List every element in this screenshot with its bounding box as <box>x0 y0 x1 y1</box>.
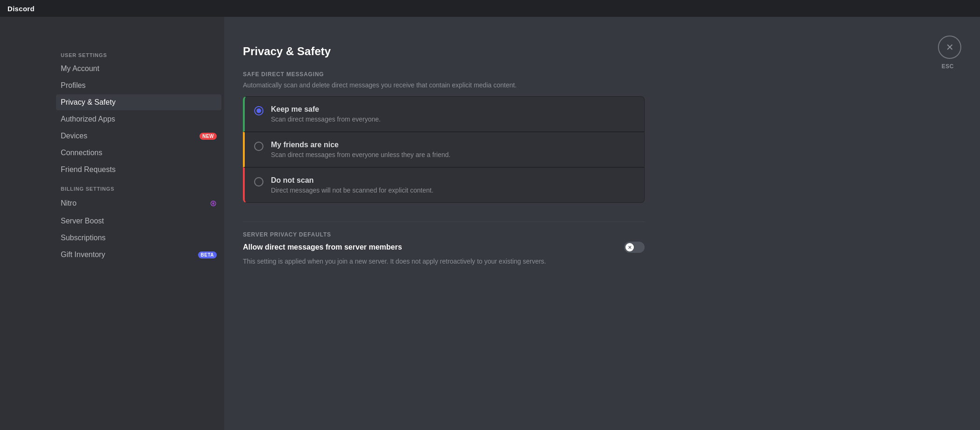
user-settings-label: User Settings <box>56 45 221 60</box>
radio-keep-safe[interactable]: Keep me safe Scan direct messages from e… <box>243 96 645 132</box>
allow-dm-setting-row: Allow direct messages from server member… <box>243 242 645 253</box>
titlebar: Discord <box>0 0 980 17</box>
radio-keep-safe-circle <box>254 106 263 115</box>
sidebar-item-privacy-safety[interactable]: Privacy & Safety <box>56 94 221 110</box>
gift-inventory-beta-badge: BETA <box>198 251 217 258</box>
allow-dm-setting-name: Allow direct messages from server member… <box>243 243 402 251</box>
sidebar-item-connections[interactable]: Connections <box>56 145 221 161</box>
sidebar-item-authorized-apps-label: Authorized Apps <box>61 115 217 123</box>
radio-keep-safe-text: Keep me safe Scan direct messages from e… <box>271 105 381 123</box>
sidebar-item-profiles[interactable]: Profiles <box>56 78 221 93</box>
radio-no-scan-text: Do not scan Direct messages will not be … <box>271 176 433 194</box>
section-divider <box>243 222 645 222</box>
allow-dm-note: This setting is applied when you join a … <box>243 257 645 266</box>
sidebar-item-devices-label: Devices <box>61 132 199 140</box>
server-privacy-section: Server Privacy Defaults Allow direct mes… <box>243 231 645 266</box>
close-x-icon: ✕ <box>946 43 954 52</box>
sidebar-item-nitro-label: Nitro <box>61 199 210 208</box>
radio-friends-nice-circle <box>254 142 263 151</box>
sidebar-item-authorized-apps[interactable]: Authorized Apps <box>56 111 221 127</box>
radio-friends-nice-title: My friends are nice <box>271 141 450 149</box>
sidebar-item-profiles-label: Profiles <box>61 81 217 90</box>
sidebar-item-subscriptions-label: Subscriptions <box>61 234 217 242</box>
sidebar-item-my-account[interactable]: My Account <box>56 61 221 77</box>
sidebar: User Settings My Account Profiles Privac… <box>0 17 224 430</box>
radio-no-scan-title: Do not scan <box>271 176 433 185</box>
sidebar-item-server-boost[interactable]: Server Boost <box>56 213 221 229</box>
sidebar-item-server-boost-label: Server Boost <box>61 217 217 225</box>
radio-friends-nice[interactable]: My friends are nice Scan direct messages… <box>243 132 645 167</box>
safe-dm-description: Automatically scan and delete direct mes… <box>243 81 961 89</box>
toggle-knob: ✕ <box>625 243 634 251</box>
radio-no-scan-subtitle: Direct messages will not be scanned for … <box>271 186 433 194</box>
sidebar-item-gift-inventory[interactable]: Gift Inventory BETA <box>56 247 221 263</box>
sidebar-item-my-account-label: My Account <box>61 64 217 73</box>
sidebar-item-devices[interactable]: Devices NEW <box>56 128 221 144</box>
billing-settings-label: Billing Settings <box>56 179 221 194</box>
safe-dm-radio-group: Keep me safe Scan direct messages from e… <box>243 96 645 203</box>
close-button[interactable]: ✕ <box>938 36 961 59</box>
devices-new-badge: NEW <box>199 133 217 140</box>
main-content: ✕ ESC Privacy & Safety Safe Direct Messa… <box>224 17 980 430</box>
nitro-icon: ⊛ <box>210 198 217 208</box>
sidebar-item-subscriptions[interactable]: Subscriptions <box>56 230 221 246</box>
server-privacy-label: Server Privacy Defaults <box>243 231 645 238</box>
esc-label: ESC <box>942 63 954 70</box>
radio-keep-safe-subtitle: Scan direct messages from everyone. <box>271 115 381 123</box>
radio-no-scan[interactable]: Do not scan Direct messages will not be … <box>243 167 645 203</box>
radio-no-scan-circle <box>254 177 263 186</box>
settings-layout: User Settings My Account Profiles Privac… <box>0 17 980 430</box>
esc-label-container: ESC <box>942 62 954 70</box>
allow-dm-toggle[interactable]: ✕ <box>624 242 645 253</box>
radio-keep-safe-title: Keep me safe <box>271 105 381 114</box>
radio-friends-nice-text: My friends are nice Scan direct messages… <box>271 141 450 158</box>
radio-friends-nice-subtitle: Scan direct messages from everyone unles… <box>271 151 450 158</box>
toggle-x-icon: ✕ <box>628 245 632 250</box>
sidebar-item-friend-requests[interactable]: Friend Requests <box>56 162 221 178</box>
sidebar-item-friend-requests-label: Friend Requests <box>61 165 217 174</box>
sidebar-item-nitro[interactable]: Nitro ⊛ <box>56 194 221 212</box>
safe-dm-section-label: Safe Direct Messaging <box>243 71 961 78</box>
sidebar-item-privacy-safety-label: Privacy & Safety <box>61 98 217 107</box>
page-title: Privacy & Safety <box>243 45 961 58</box>
app-logo: Discord <box>7 5 35 13</box>
sidebar-item-connections-label: Connections <box>61 149 217 157</box>
sidebar-item-gift-inventory-label: Gift Inventory <box>61 251 198 259</box>
